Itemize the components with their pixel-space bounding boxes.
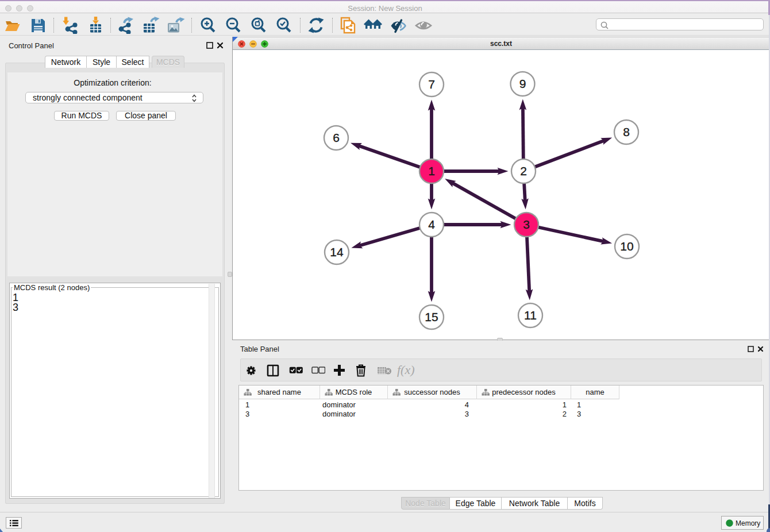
svg-text:7: 7 — [428, 78, 435, 91]
svg-text:2: 2 — [520, 164, 527, 178]
svg-text:4: 4 — [428, 218, 435, 231]
svg-text:8: 8 — [623, 125, 630, 138]
svg-text:15: 15 — [425, 310, 438, 323]
svg-text:1: 1 — [428, 164, 435, 178]
svg-text:9: 9 — [519, 77, 526, 90]
svg-text:3: 3 — [523, 218, 530, 231]
svg-text:14: 14 — [330, 245, 344, 259]
svg-text:6: 6 — [333, 131, 340, 144]
svg-text:10: 10 — [620, 240, 633, 253]
svg-text:11: 11 — [524, 309, 537, 322]
